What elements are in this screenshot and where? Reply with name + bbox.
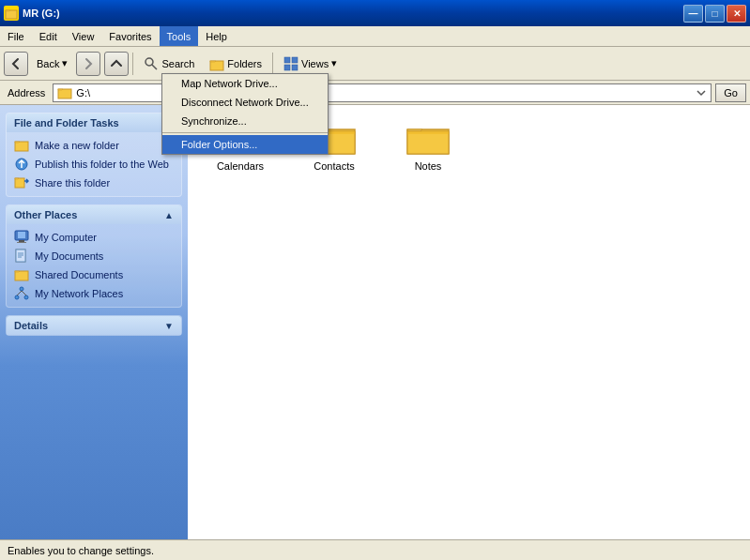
sidebar-item-my-network-places[interactable]: My Network Places	[12, 284, 176, 303]
menu-help[interactable]: Help	[198, 26, 235, 46]
svg-rect-9	[292, 65, 298, 70]
svg-line-31	[17, 291, 22, 295]
minimize-button[interactable]: —	[683, 5, 703, 23]
svg-rect-10	[58, 89, 71, 98]
svg-rect-18	[18, 232, 25, 238]
toolbar-separator-2	[272, 53, 273, 75]
folder-label-contacts: Contacts	[312, 159, 356, 173]
window-icon	[4, 6, 19, 21]
svg-marker-27	[15, 271, 20, 272]
menu-folder-options[interactable]: Folder Options...	[162, 135, 328, 154]
sidebar: File and Folder Tasks ▲ Make a new folde…	[0, 105, 188, 539]
svg-point-28	[20, 287, 23, 291]
menu-file[interactable]: File	[0, 26, 32, 46]
svg-marker-43	[407, 131, 449, 154]
sidebar-section-body-file-folder-tasks: Make a new folder Publish this folder to…	[7, 132, 181, 196]
svg-rect-8	[284, 65, 290, 70]
sidebar-section-other-places: Other Places ▲ My Computer	[6, 204, 182, 308]
publish-icon	[14, 157, 29, 172]
folder-label-notes: Notes	[413, 159, 444, 173]
window-controls: — □ ✕	[683, 5, 746, 23]
svg-rect-44	[407, 131, 449, 134]
svg-rect-19	[19, 240, 24, 242]
main-layout: File and Folder Tasks ▲ Make a new folde…	[0, 105, 750, 539]
svg-marker-13	[15, 142, 20, 143]
status-bar: Enables you to change settings.	[0, 539, 750, 560]
menu-favorites[interactable]: Favorites	[101, 26, 159, 46]
forward-button[interactable]	[76, 52, 100, 76]
svg-marker-11	[58, 89, 63, 90]
folder-icon-notes	[406, 120, 451, 158]
tools-dropdown-menu: Map Network Drive... Disconnect Network …	[161, 73, 329, 155]
network-icon	[14, 286, 29, 301]
svg-point-2	[145, 58, 153, 66]
sidebar-section-header-details[interactable]: Details ▼	[7, 316, 181, 335]
up-button[interactable]	[104, 52, 129, 76]
folder-label-calendars: Calendars	[215, 159, 266, 173]
close-button[interactable]: ✕	[727, 5, 746, 23]
menu-tools[interactable]: Tools	[160, 26, 199, 46]
address-label: Address	[4, 87, 49, 98]
svg-point-29	[15, 295, 19, 299]
sidebar-item-new-folder[interactable]: Make a new folder	[12, 136, 176, 155]
sidebar-item-shared-documents[interactable]: Shared Documents	[12, 265, 176, 284]
svg-line-3	[152, 65, 157, 69]
svg-line-32	[22, 291, 26, 295]
documents-icon	[14, 249, 29, 264]
address-input-container: G:\	[53, 83, 712, 102]
address-go-button[interactable]: Go	[715, 83, 746, 102]
menu-bar: File Edit View Favorites Tools Help Map …	[0, 26, 750, 47]
svg-rect-15	[15, 178, 24, 188]
svg-rect-7	[292, 57, 298, 63]
back-button[interactable]	[4, 52, 28, 76]
menu-map-network-drive[interactable]: Map Network Drive...	[162, 74, 328, 93]
share-icon	[14, 175, 29, 190]
sidebar-section-header-other-places[interactable]: Other Places ▲	[7, 205, 181, 224]
svg-rect-0	[6, 10, 17, 19]
folder-new-icon	[14, 138, 29, 153]
title-bar: MR (G:) — □ ✕	[0, 0, 750, 26]
svg-marker-5	[210, 61, 216, 62]
toolbar-separator-1	[132, 53, 133, 75]
svg-rect-4	[210, 61, 223, 70]
collapse-arrow-other-places: ▲	[164, 210, 174, 220]
menu-edit[interactable]: Edit	[32, 26, 65, 46]
menu-separator	[162, 132, 328, 133]
content-area: Calendars Contacts	[188, 105, 750, 539]
svg-point-30	[24, 295, 28, 299]
svg-rect-20	[17, 242, 26, 243]
computer-icon	[14, 230, 29, 245]
sidebar-item-publish[interactable]: Publish this folder to the Web	[12, 155, 176, 174]
menu-disconnect-network-drive[interactable]: Disconnect Network Drive...	[162, 93, 328, 112]
svg-rect-6	[284, 57, 290, 63]
collapse-arrow-details: ▼	[164, 321, 174, 331]
sidebar-section-header-file-folder-tasks[interactable]: File and Folder Tasks ▲	[7, 114, 181, 132]
toolbar: Back ▾ Search Folders Views ▾	[0, 47, 750, 81]
sidebar-section-body-other-places: My Computer My Documents	[7, 224, 181, 307]
maximize-button[interactable]: □	[705, 5, 725, 23]
folder-item-notes[interactable]: Notes	[390, 120, 466, 173]
address-bar: Address G:\ Go	[0, 81, 750, 105]
sidebar-section-details: Details ▼	[6, 315, 182, 336]
svg-marker-16	[15, 178, 19, 179]
svg-marker-1	[6, 10, 10, 11]
sidebar-item-share[interactable]: Share this folder	[12, 174, 176, 192]
menu-synchronize[interactable]: Synchronize...	[162, 112, 328, 130]
svg-rect-26	[15, 271, 28, 280]
sidebar-section-file-folder-tasks: File and Folder Tasks ▲ Make a new folde…	[6, 113, 182, 197]
back-label-button[interactable]: Back ▾	[30, 50, 74, 78]
status-text: Enables you to change settings.	[8, 545, 154, 556]
sidebar-item-my-documents[interactable]: My Documents	[12, 247, 176, 265]
sidebar-item-my-computer[interactable]: My Computer	[12, 228, 176, 247]
svg-rect-12	[15, 142, 28, 151]
shared-folder-icon	[14, 267, 29, 282]
window-title: MR (G:)	[23, 8, 60, 19]
menu-view[interactable]: View	[65, 26, 102, 46]
